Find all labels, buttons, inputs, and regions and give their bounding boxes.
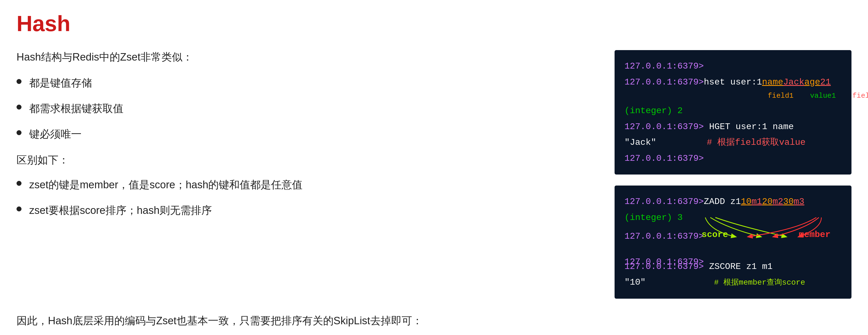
intro-text: Hash结构与Redis中的Zset非常类似：	[17, 50, 592, 64]
score-result: "10" # 根据member查询score	[624, 274, 842, 291]
bullet-dot	[17, 206, 22, 211]
terminal-hset: 127.0.0.1:6379> 127.0.0.1:6379> hset use…	[615, 50, 851, 174]
bullet-dot	[17, 105, 22, 109]
terminal-zset: 127.0.0.1:6379> ZADD z1 10 m1 20 m2 30 m…	[615, 186, 851, 298]
bullet-dot	[17, 79, 22, 84]
bullet-item-2: 都需求根据键获取值	[17, 101, 592, 116]
bullet-list-2: zset的键是member，值是score；hash的键和值都是任意值 zset…	[17, 177, 592, 218]
bullet-item-4: zset的键是member，值是score；hash的键和值都是任意值	[17, 177, 592, 193]
right-panel: 127.0.0.1:6379> 127.0.0.1:6379> hset use…	[615, 50, 851, 299]
terminal-annotation: field1 value1 field2 value2	[624, 90, 842, 102]
terminal-line-4: 127.0.0.1:6379> HGET user:1 name	[624, 119, 842, 135]
bullet-item-3: 键必须唯一	[17, 126, 592, 142]
left-panel: Hash结构与Redis中的Zset非常类似： 都是键值存储 都需求根据键获取值…	[17, 50, 592, 229]
bullet-dot	[17, 130, 22, 135]
terminal-line-1: 127.0.0.1:6379>	[624, 58, 842, 74]
terminal-line-2: 127.0.0.1:6379> hset user:1 name Jack ag…	[624, 74, 842, 90]
page-title: Hash	[17, 11, 851, 36]
bullet-dot	[17, 181, 22, 186]
bullet-item-5: zset要根据score排序；hash则无需排序	[17, 203, 592, 218]
member-label: member	[799, 227, 831, 243]
diff-label: 区别如下：	[17, 153, 592, 167]
terminal-line-3: (integer) 2	[624, 103, 842, 119]
prompt-empty-2: 127.0.0.1:6379>	[624, 244, 842, 270]
bullet-item-1: 都是键值存储	[17, 75, 592, 91]
integer-line: (integer) 3	[624, 210, 842, 226]
terminal-line-6: 127.0.0.1:6379>	[624, 150, 842, 167]
bottom-text: 因此，Hash底层采用的编码与Zset也基本一致，只需要把排序有关的SkipLi…	[17, 312, 851, 329]
zadd-line: 127.0.0.1:6379> ZADD z1 10 m1 20 m2 30 m…	[624, 194, 842, 210]
score-label: score	[702, 227, 728, 243]
bullet-list-1: 都是键值存储 都需求根据键获取值 键必须唯一	[17, 75, 592, 142]
terminal-line-5: "Jack" # 根据field获取value	[624, 135, 842, 150]
